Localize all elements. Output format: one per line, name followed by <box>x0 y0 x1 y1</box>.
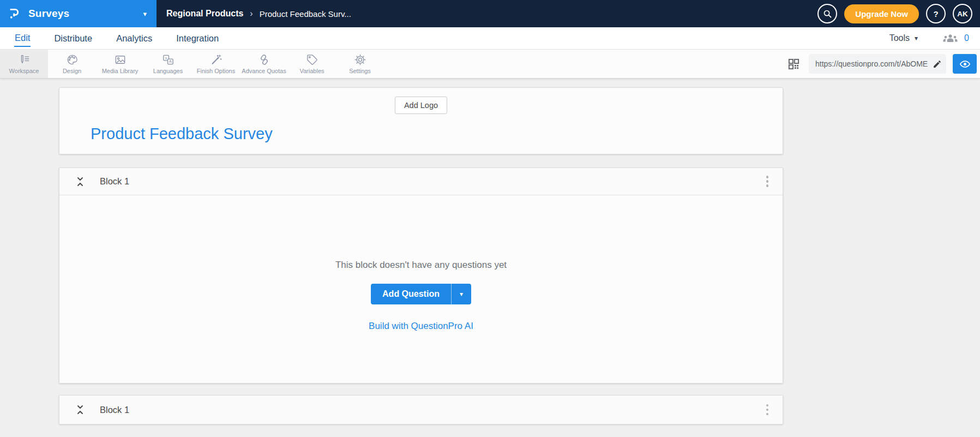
toolbar-item-workspace[interactable]: Workspace <box>0 50 48 78</box>
kebab-icon <box>766 176 769 178</box>
toolbar-item-advance-quotas[interactable]: Advance Quotas <box>240 50 288 78</box>
block-name[interactable]: Block 1 <box>100 176 129 187</box>
chain-links-icon <box>258 53 270 66</box>
survey-url-field <box>809 54 946 74</box>
edit-url-button[interactable] <box>930 57 944 71</box>
breadcrumb: Regional Products › Product Feedback Sur… <box>157 0 351 27</box>
toolbar-item-design[interactable]: Design <box>48 50 96 78</box>
qr-code-icon <box>787 58 800 70</box>
block-menu-button[interactable] <box>763 172 772 190</box>
translate-icon: x A <box>162 53 175 66</box>
survey-nav: Edit Distribute Analytics Integration To… <box>0 27 980 49</box>
collapse-icon <box>76 177 85 187</box>
kebab-icon <box>766 404 769 407</box>
toolbar-item-finish-options[interactable]: Finish Options <box>192 50 240 78</box>
collapse-block-button[interactable] <box>74 403 87 417</box>
block-name[interactable]: Block 1 <box>100 405 129 415</box>
svg-text:A: A <box>169 59 171 64</box>
block-menu-button[interactable] <box>763 401 772 419</box>
upgrade-now-button[interactable]: Upgrade Now <box>844 4 919 23</box>
tools-label: Tools <box>889 33 910 43</box>
toolbar-item-languages[interactable]: x A Languages <box>144 50 192 78</box>
top-bar: Surveys ▾ Regional Products › Product Fe… <box>0 0 980 27</box>
add-question-split-button: Add Question ▾ <box>371 284 471 304</box>
survey-title[interactable]: Product Feedback Survey <box>91 125 273 143</box>
add-question-button[interactable]: Add Question <box>371 284 451 304</box>
pencil-icon <box>933 59 942 69</box>
breadcrumb-folder[interactable]: Regional Products <box>166 9 243 19</box>
tab-integration[interactable]: Integration <box>176 30 219 46</box>
survey-canvas: Add Logo Product Feedback Survey Block 1… <box>0 79 980 424</box>
preview-survey-button[interactable] <box>953 54 977 74</box>
people-group-icon <box>943 33 958 44</box>
gear-icon <box>354 53 366 66</box>
collaborators[interactable]: 0 <box>943 33 969 44</box>
tab-edit[interactable]: Edit <box>14 29 31 47</box>
block-2-card: Block 1 <box>59 395 783 424</box>
chevron-down-icon: ▾ <box>460 290 463 298</box>
edit-toolbar: Workspace Design Media Library x <box>0 49 980 79</box>
magic-wand-icon <box>210 53 223 66</box>
chevron-down-icon[interactable]: ▾ <box>143 10 147 18</box>
block-body: This block doesn't have any questions ye… <box>59 195 783 383</box>
nav-right: Tools ▾ 0 <box>889 33 969 44</box>
collapse-icon <box>76 405 85 415</box>
avatar[interactable]: AK <box>953 4 972 23</box>
tools-menu[interactable]: Tools ▾ <box>889 33 918 43</box>
collaborators-count: 0 <box>964 33 969 43</box>
add-logo-button[interactable]: Add Logo <box>395 97 447 114</box>
block-header: Block 1 <box>59 396 783 424</box>
toolbar-right <box>785 50 980 78</box>
search-button[interactable] <box>817 4 837 23</box>
qr-code-button[interactable] <box>785 56 802 73</box>
collapse-block-button[interactable] <box>74 175 87 189</box>
palette-icon <box>66 53 79 66</box>
tab-analytics[interactable]: Analytics <box>116 30 153 46</box>
questionpro-logo-icon <box>9 7 23 21</box>
toolbar-items: Workspace Design Media Library x <box>0 50 384 78</box>
breadcrumb-separator-icon: › <box>250 9 252 19</box>
block-1-card: Block 1 This block doesn't have any ques… <box>59 167 783 384</box>
empty-block-message: This block doesn't have any questions ye… <box>335 260 507 271</box>
svg-text:x: x <box>165 56 167 61</box>
chevron-down-icon: ▾ <box>915 34 918 42</box>
survey-header-card: Add Logo Product Feedback Survey <box>59 87 783 154</box>
block-header: Block 1 <box>59 168 783 195</box>
add-question-dropdown-button[interactable]: ▾ <box>451 284 471 304</box>
product-name: Surveys <box>28 8 69 20</box>
tab-distribute[interactable]: Distribute <box>53 30 93 46</box>
product-switcher[interactable]: Surveys ▾ <box>0 0 157 27</box>
nav-tabs: Edit Distribute Analytics Integration <box>14 29 219 47</box>
search-icon <box>823 9 832 19</box>
eye-icon <box>959 58 971 70</box>
breadcrumb-survey-name[interactable]: Product Feedback Surv... <box>260 9 351 19</box>
image-icon <box>114 53 127 66</box>
survey-url-input[interactable] <box>809 54 946 74</box>
toolbar-item-media-library[interactable]: Media Library <box>96 50 144 78</box>
build-with-ai-link[interactable]: Build with QuestionPro AI <box>369 321 473 332</box>
toolbar-item-variables[interactable]: Variables <box>288 50 336 78</box>
topbar-actions: Upgrade Now ? AK <box>817 0 980 27</box>
toolbar-item-settings[interactable]: Settings <box>336 50 384 78</box>
workspace-icon <box>18 53 31 66</box>
tag-icon <box>306 53 318 66</box>
help-button[interactable]: ? <box>926 4 946 23</box>
